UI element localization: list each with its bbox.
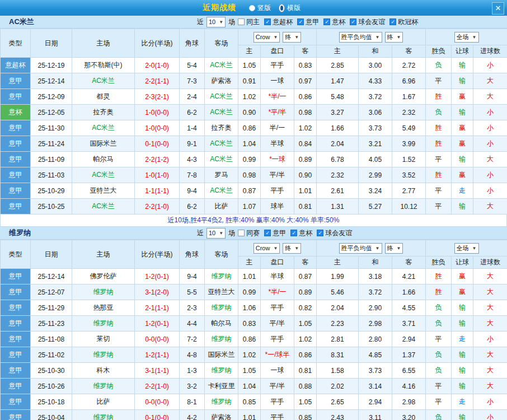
odds-home: 1.06 [238, 300, 261, 316]
layout-option-vertical[interactable]: 竖版 [249, 3, 271, 13]
team-filterbar: AC米兰 近 10 ▼ 场 同主✓意超杯✓意甲✓意杯✓球会友谊✓欧冠杯 [0, 16, 507, 29]
corners: 4-3 [180, 152, 205, 167]
result-outcome: 平 [426, 73, 452, 89]
match-date: 25-10-25 [31, 199, 72, 214]
filter-checkbox-意超杯[interactable]: ✓意超杯 [264, 17, 293, 27]
result-goals: 大 [473, 73, 507, 89]
result-handicap: 输 [452, 105, 473, 120]
odds-home: 1.02 [238, 347, 261, 363]
layout-option-horizontal[interactable]: 横版 [279, 3, 301, 13]
avg-away-odds: 2.72 [392, 58, 426, 73]
avg-home-odds: 1.66 [317, 120, 359, 136]
handicap-line: 平手 [261, 300, 294, 316]
match-type-badge: 意甲 [1, 89, 31, 105]
filter-label: 意超杯 [273, 17, 293, 27]
result-handicap: 输 [452, 316, 473, 332]
filter-checkbox-意甲[interactable]: ✓意甲 [297, 17, 319, 27]
col-date: 日期 [31, 29, 72, 58]
checkbox-unchecked-icon [238, 230, 245, 236]
team-filterbar: 维罗纳 近 10 ▼ 场 同赛✓意甲✓意杯✓球会友谊 [0, 227, 507, 240]
result-handicap: 赢 [452, 89, 473, 105]
handicap-line: *平/半 [261, 105, 294, 120]
filter-checkbox-球会友谊[interactable]: ✓球会友谊 [317, 228, 352, 238]
col-date: 日期 [31, 240, 72, 269]
chevron-down-icon: ▼ [294, 245, 299, 252]
result-handicap: 输 [452, 300, 473, 316]
avg-draw-odds: 4.05 [359, 152, 392, 167]
odds-away: 0.82 [294, 300, 317, 316]
score-halftime: 0-1(0-0) [135, 410, 180, 420]
result-handicap: 输 [452, 58, 473, 73]
result-goals: 大 [473, 379, 507, 394]
match-type-badge: 意超杯 [1, 58, 31, 73]
score-halftime: 2-2(1-0) [135, 379, 180, 394]
score-halftime: 1-2(0-1) [135, 269, 180, 284]
filter-checkbox-同赛[interactable]: 同赛 [238, 228, 260, 238]
away-team: AC米兰 [205, 136, 238, 152]
col-odds-away: 客 [294, 45, 317, 58]
odds-period-select[interactable]: 终 ▼ [283, 32, 301, 43]
match-row: 意甲25-10-26维罗纳2-2(1-0)3-2卡利亚里1.04平/半0.882… [1, 379, 507, 394]
filter-checkbox-欧冠杯[interactable]: ✓欧冠杯 [389, 17, 418, 27]
radio-unselected-icon [249, 5, 255, 11]
home-team: 维罗纳 [72, 284, 135, 300]
match-type-badge: 意甲 [1, 379, 31, 394]
avg-home-odds: 2.23 [317, 316, 359, 332]
avg-away-odds: 2.94 [392, 332, 426, 347]
avg-period-value: 终 [387, 245, 393, 252]
match-row: 意甲25-12-07维罗纳3-1(2-0)5-5亚特兰大0.99*半/一0.89… [1, 284, 507, 300]
filter-checkbox-同主[interactable]: 同主 [238, 17, 260, 27]
odds-away: 0.86 [294, 347, 317, 363]
odds-away: 1.02 [294, 120, 317, 136]
filter-checkbox-意甲[interactable]: ✓意甲 [264, 228, 286, 238]
result-handicap: 输 [452, 379, 473, 394]
col-corner: 角球 [180, 240, 205, 269]
bookmaker-select[interactable]: Crow ▼ [254, 243, 280, 254]
odds-period-select[interactable]: 终 ▼ [283, 243, 301, 254]
result-goals: 大 [473, 347, 507, 363]
avg-type-select[interactable]: 胜平负均值 ▼ [339, 32, 382, 43]
result-outcome: 胜 [426, 89, 452, 105]
fulltime-select[interactable]: 全场 ▼ [454, 32, 479, 43]
odds-away: 1.02 [294, 332, 317, 347]
score-halftime: 1-2(0-1) [135, 316, 180, 332]
match-date: 25-10-26 [31, 379, 72, 394]
corners: 7-3 [180, 73, 205, 89]
avg-home-odds: 2.81 [317, 332, 359, 347]
match-row: 意甲25-12-14佛罗伦萨1-2(0-1)9-4维罗纳1.01半球0.871.… [1, 269, 507, 284]
away-team: 比萨 [205, 199, 238, 214]
match-row: 意超杯25-12-19那不勒斯(中)2-0(1-0)5-4AC米兰1.05平手0… [1, 58, 507, 73]
avg-period-select[interactable]: 终 ▼ [385, 32, 403, 43]
match-type-badge: 意甲 [1, 152, 31, 167]
avg-away-odds: 6.55 [392, 363, 426, 379]
result-handicap: 走 [452, 183, 473, 199]
avg-type-select[interactable]: 胜平负均值 ▼ [339, 243, 382, 254]
handicap-line: *半/一 [261, 89, 294, 105]
avg-period-select[interactable]: 终 ▼ [385, 243, 403, 254]
score-halftime: 1-2(1-1) [135, 347, 180, 363]
col-avg-away: 客 [392, 256, 426, 269]
away-team: 维罗纳 [205, 300, 238, 316]
match-count-select[interactable]: 10 ▼ [206, 17, 226, 27]
match-count-select[interactable]: 10 ▼ [206, 228, 226, 239]
score-halftime: 1-0(0-0) [135, 120, 180, 136]
corners: 3-2 [180, 379, 205, 394]
filter-checkbox-意杯[interactable]: ✓意杯 [323, 17, 345, 27]
match-date: 25-12-19 [31, 58, 72, 73]
filter-checkbox-球会友谊[interactable]: ✓球会友谊 [350, 17, 385, 27]
avg-home-odds: 1.47 [317, 73, 359, 89]
bookmaker-select[interactable]: Crow ▼ [254, 32, 280, 43]
record-summary: 近10场,胜4平4负2, 胜率:40% 赢率:40% 大:40% 单率:50% [0, 214, 507, 227]
avg-draw-odds: 3.00 [359, 58, 392, 73]
avg-draw-odds: 5.27 [359, 199, 392, 214]
close-button[interactable]: ✕ [492, 2, 504, 15]
home-team: 热那亚 [72, 300, 135, 316]
filter-checkbox-意杯[interactable]: ✓意杯 [290, 228, 312, 238]
result-goals: 大 [473, 152, 507, 167]
bookmaker-value: Crow [256, 34, 270, 41]
match-row: 意杯25-12-05拉齐奥1-0(0-0)6-2AC米兰0.90*平/半0.98… [1, 105, 507, 120]
match-date: 25-11-02 [31, 347, 72, 363]
result-goals: 大 [473, 199, 507, 214]
filter-label: 球会友谊 [358, 17, 385, 27]
fulltime-select[interactable]: 全场 ▼ [454, 243, 479, 254]
